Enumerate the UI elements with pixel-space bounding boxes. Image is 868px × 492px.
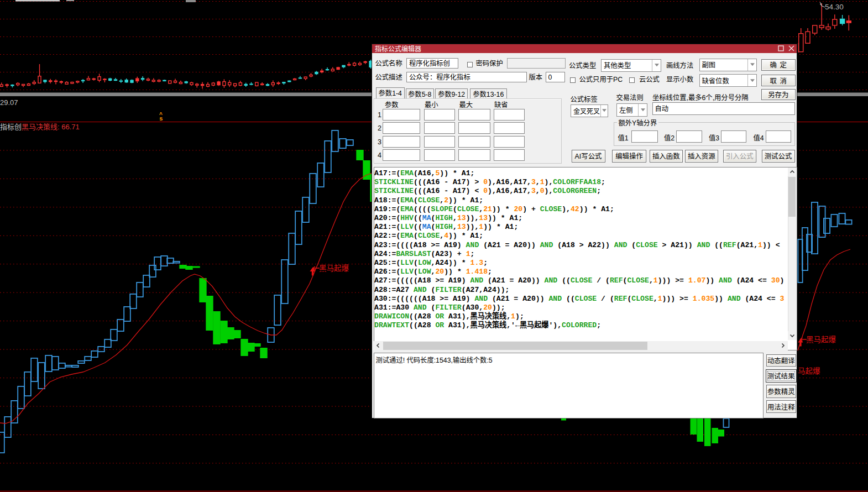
svg-text:马起爆: 马起爆 [798, 365, 820, 376]
svg-text:指标创: 指标创 [0, 121, 22, 132]
svg-text:黑马起爆: 黑马起爆 [319, 262, 349, 273]
svg-text:s: s [159, 116, 163, 122]
svg-text:黑马决策线: 66.71: 黑马决策线: 66.71 [22, 121, 80, 132]
svg-text:29.07: 29.07 [0, 98, 18, 107]
svg-text:黑马起爆: 黑马起爆 [806, 333, 836, 344]
svg-text:54.30: 54.30 [825, 3, 844, 11]
